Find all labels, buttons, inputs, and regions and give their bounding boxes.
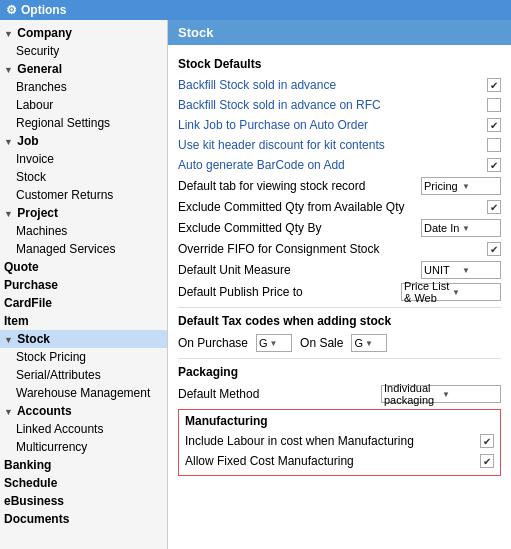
content-body: Stock Defaults Backfill Stock sold in ad… <box>168 45 511 482</box>
row-default-tab: Default tab for viewing stock record Pri… <box>178 175 501 197</box>
sidebar-item-regional-settings[interactable]: Regional Settings <box>0 114 167 132</box>
row-exclude-committed: Exclude Committed Qty from Available Qty <box>178 197 501 217</box>
sidebar-item-banking[interactable]: Banking <box>0 456 167 474</box>
options-icon: ⚙ <box>6 3 17 17</box>
sidebar-item-branches[interactable]: Branches <box>0 78 167 96</box>
sidebar-item-linked-accounts[interactable]: Linked Accounts <box>0 420 167 438</box>
dropdown-arrow: ▼ <box>462 182 498 191</box>
row-link-job-purchase: Link Job to Purchase on Auto Order <box>178 115 501 135</box>
title-bar: ⚙ Options <box>0 0 511 20</box>
expand-arrow: ▼ <box>4 137 14 147</box>
expand-arrow: ▼ <box>4 65 14 75</box>
row-default-method: Default Method Individual packaging ▼ <box>178 383 501 405</box>
sidebar-item-labour[interactable]: Labour <box>0 96 167 114</box>
sidebar-item-stock-job[interactable]: Stock <box>0 168 167 186</box>
sidebar-item-warehouse-management[interactable]: Warehouse Management <box>0 384 167 402</box>
section-tax-codes: Default Tax codes when adding stock <box>178 314 501 328</box>
sidebar-item-job[interactable]: ▼ Job <box>0 132 167 150</box>
sidebar-item-stock[interactable]: ▼ Stock <box>0 330 167 348</box>
checkbox-exclude-committed[interactable] <box>487 200 501 214</box>
row-tax-codes: On Purchase G ▼ On Sale G ▼ <box>178 332 501 354</box>
sidebar-item-machines[interactable]: Machines <box>0 222 167 240</box>
checkbox-link-job[interactable] <box>487 118 501 132</box>
row-backfill-advance: Backfill Stock sold in advance <box>178 75 501 95</box>
expand-arrow: ▼ <box>4 209 14 219</box>
sidebar-item-multicurrency[interactable]: Multicurrency <box>0 438 167 456</box>
select-tax-purchase[interactable]: G ▼ <box>256 334 292 352</box>
title-bar-label: Options <box>21 3 66 17</box>
checkbox-include-labour[interactable] <box>480 434 494 448</box>
sidebar-item-project[interactable]: ▼ Project <box>0 204 167 222</box>
row-kit-header: Use kit header discount for kit contents <box>178 135 501 155</box>
sidebar-item-schedule[interactable]: Schedule <box>0 474 167 492</box>
row-override-fifo: Override FIFO for Consignment Stock <box>178 239 501 259</box>
row-fixed-cost: Allow Fixed Cost Manufacturing <box>185 451 494 471</box>
row-barcode: Auto generate BarCode on Add <box>178 155 501 175</box>
sidebar-item-company[interactable]: ▼ Company <box>0 24 167 42</box>
select-tax-sale[interactable]: G ▼ <box>351 334 387 352</box>
checkbox-fixed-cost[interactable] <box>480 454 494 468</box>
row-unit-measure: Default Unit Measure UNIT ▼ <box>178 259 501 281</box>
checkbox-backfill-advance[interactable] <box>487 78 501 92</box>
sidebar-item-invoice[interactable]: Invoice <box>0 150 167 168</box>
sidebar-item-stock-pricing[interactable]: Stock Pricing <box>0 348 167 366</box>
row-backfill-rfc: Backfill Stock sold in advance on RFC <box>178 95 501 115</box>
row-exclude-committed-by: Exclude Committed Qty By Date In ▼ <box>178 217 501 239</box>
sidebar-item-cardfile[interactable]: CardFile <box>0 294 167 312</box>
sidebar-item-purchase[interactable]: Purchase <box>0 276 167 294</box>
select-packaging-method[interactable]: Individual packaging ▼ <box>381 385 501 403</box>
dropdown-arrow: ▼ <box>452 288 498 297</box>
sidebar-item-security[interactable]: Security <box>0 42 167 60</box>
row-publish-price: Default Publish Price to Price List & We… <box>178 281 501 303</box>
dropdown-arrow: ▼ <box>270 339 278 348</box>
checkbox-barcode[interactable] <box>487 158 501 172</box>
dropdown-arrow: ▼ <box>462 224 498 233</box>
sidebar-item-item[interactable]: Item <box>0 312 167 330</box>
divider2 <box>178 358 501 359</box>
checkbox-backfill-rfc[interactable] <box>487 98 501 112</box>
select-publish-price[interactable]: Price List & Web ▼ <box>401 283 501 301</box>
sidebar-item-customer-returns[interactable]: Customer Returns <box>0 186 167 204</box>
sidebar-item-ebusiness[interactable]: eBusiness <box>0 492 167 510</box>
expand-arrow: ▼ <box>4 335 14 345</box>
expand-arrow: ▼ <box>4 29 14 39</box>
sidebar-item-managed-services[interactable]: Managed Services <box>0 240 167 258</box>
dropdown-arrow: ▼ <box>442 390 498 399</box>
row-include-labour: Include Labour in cost when Manufacturin… <box>185 431 494 451</box>
select-default-tab[interactable]: Pricing ▼ <box>421 177 501 195</box>
select-exclude-by[interactable]: Date In ▼ <box>421 219 501 237</box>
content-header: Stock <box>168 20 511 45</box>
sidebar-item-serial-attributes[interactable]: Serial/Attributes <box>0 366 167 384</box>
sidebar: ▼ Company Security ▼ General Branches La… <box>0 20 168 549</box>
manufacturing-section: Manufacturing Include Labour in cost whe… <box>178 409 501 476</box>
section-stock-defaults: Stock Defaults <box>178 57 501 71</box>
expand-arrow: ▼ <box>4 407 14 417</box>
section-packaging: Packaging <box>178 365 501 379</box>
sidebar-item-documents[interactable]: Documents <box>0 510 167 528</box>
sidebar-item-quote[interactable]: Quote <box>0 258 167 276</box>
sidebar-item-accounts[interactable]: ▼ Accounts <box>0 402 167 420</box>
manufacturing-title: Manufacturing <box>185 414 494 428</box>
sidebar-item-general[interactable]: ▼ General <box>0 60 167 78</box>
dropdown-arrow: ▼ <box>462 266 498 275</box>
checkbox-kit-header[interactable] <box>487 138 501 152</box>
content-panel: Stock Stock Defaults Backfill Stock sold… <box>168 20 511 549</box>
divider <box>178 307 501 308</box>
select-unit-measure[interactable]: UNIT ▼ <box>421 261 501 279</box>
dropdown-arrow: ▼ <box>365 339 373 348</box>
checkbox-fifo[interactable] <box>487 242 501 256</box>
